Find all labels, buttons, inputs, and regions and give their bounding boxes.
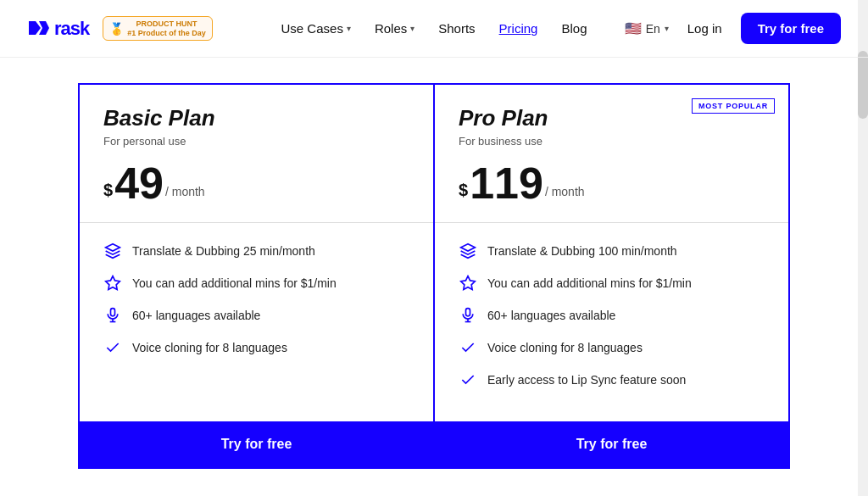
most-popular-badge: MOST POPULAR xyxy=(692,98,775,114)
nav-blog[interactable]: Blog xyxy=(551,16,597,41)
price-amount: 119 xyxy=(470,161,543,205)
feature-text: Voice cloning for 8 languages xyxy=(132,341,287,354)
scrollbar-thumb[interactable] xyxy=(858,51,868,119)
nav-links: Use Cases ▾ Roles ▾ Shorts Pricing Blog xyxy=(271,16,598,41)
feature-text: 60+ languages available xyxy=(132,309,260,322)
translate-icon xyxy=(103,242,122,260)
cta-button-basic[interactable]: Try for free xyxy=(80,421,433,467)
flag-icon: 🇺🇸 xyxy=(625,20,642,36)
card-features: Translate & Dubbing 25 min/month You can… xyxy=(80,223,433,421)
card-features: Translate & Dubbing 100 min/month You ca… xyxy=(435,223,788,421)
feature-item: Translate & Dubbing 100 min/month xyxy=(459,242,765,260)
ph-text-block: PRODUCT HUNT #1 Product of the Day xyxy=(127,20,206,38)
mic-icon xyxy=(459,306,477,325)
use-cases-chevron-icon: ▾ xyxy=(347,24,351,33)
feature-text: Translate & Dubbing 100 min/month xyxy=(487,244,677,258)
feature-text: 60+ languages available xyxy=(487,309,615,322)
feature-item: You can add additional mins for $1/min xyxy=(459,274,765,293)
navbar: rask 🥇 PRODUCT HUNT #1 Product of the Da… xyxy=(0,0,868,58)
feature-item: Translate & Dubbing 25 min/month xyxy=(103,242,409,260)
nav-use-cases[interactable]: Use Cases ▾ xyxy=(271,16,361,41)
main-content: Basic Plan For personal use $ 49 / month… xyxy=(0,58,868,494)
cta-text: Try for free xyxy=(221,437,292,451)
lang-chevron-icon: ▾ xyxy=(665,24,669,33)
star-icon xyxy=(459,274,477,293)
price-symbol: $ xyxy=(459,175,468,205)
price-row: $ 49 / month xyxy=(103,161,409,205)
feature-item: Early access to Lip Sync feature soon xyxy=(459,371,765,389)
language-selector[interactable]: 🇺🇸 En ▾ xyxy=(625,20,669,36)
svg-rect-1 xyxy=(111,309,115,316)
plan-card-pro: MOST POPULAR Pro Plan For business use $… xyxy=(434,83,790,469)
nav-pricing[interactable]: Pricing xyxy=(489,16,548,41)
cta-button-pro[interactable]: Try for free xyxy=(435,421,788,467)
plan-name: Basic Plan xyxy=(103,105,409,131)
scrollbar-track xyxy=(858,0,868,496)
lang-label: En xyxy=(646,22,660,36)
svg-marker-4 xyxy=(461,276,476,290)
ph-medal: 🥇 xyxy=(109,22,124,36)
login-button[interactable]: Log in xyxy=(679,16,731,41)
logo[interactable]: rask xyxy=(27,18,89,40)
price-symbol: $ xyxy=(103,175,113,205)
nav-roles[interactable]: Roles ▾ xyxy=(364,16,425,41)
plan-subtitle: For business use xyxy=(459,135,765,148)
ph-line1: PRODUCT HUNT xyxy=(127,20,206,29)
price-amount: 49 xyxy=(114,161,164,205)
nav-right: 🇺🇸 En ▾ Log in Try for free xyxy=(625,13,841,44)
check-icon xyxy=(103,338,122,357)
logo-svg xyxy=(27,20,51,38)
nav-try-free-button[interactable]: Try for free xyxy=(741,13,841,44)
feature-item: 60+ languages available xyxy=(459,306,765,325)
price-row: $ 119 / month xyxy=(459,161,765,205)
feature-text: You can add additional mins for $1/min xyxy=(132,276,337,290)
nav-shorts[interactable]: Shorts xyxy=(428,16,485,41)
feature-text: You can add additional mins for $1/min xyxy=(487,276,692,290)
logo-area: rask 🥇 PRODUCT HUNT #1 Product of the Da… xyxy=(27,16,213,42)
card-header: MOST POPULAR Pro Plan For business use $… xyxy=(435,85,788,223)
svg-rect-5 xyxy=(466,309,470,316)
mic-icon xyxy=(103,306,122,325)
check-icon xyxy=(459,338,477,357)
card-header: Basic Plan For personal use $ 49 / month xyxy=(80,85,433,223)
plan-subtitle: For personal use xyxy=(103,135,409,148)
price-period: / month xyxy=(545,179,585,205)
translate-icon xyxy=(459,242,477,260)
feature-text: Translate & Dubbing 25 min/month xyxy=(132,244,315,258)
svg-marker-0 xyxy=(106,276,120,290)
feature-item: 60+ languages available xyxy=(103,306,409,325)
feature-item: You can add additional mins for $1/min xyxy=(103,274,409,293)
roles-chevron-icon: ▾ xyxy=(410,24,415,33)
product-hunt-badge: 🥇 PRODUCT HUNT #1 Product of the Day xyxy=(103,16,213,42)
check-icon xyxy=(459,371,477,389)
feature-item: Voice cloning for 8 languages xyxy=(459,338,765,357)
star-icon xyxy=(103,274,122,293)
logo-text: rask xyxy=(54,18,89,40)
pricing-wrapper: Basic Plan For personal use $ 49 / month… xyxy=(78,83,790,469)
feature-text: Voice cloning for 8 languages xyxy=(487,341,643,354)
ph-line2: #1 Product of the Day xyxy=(127,29,206,38)
feature-text: Early access to Lip Sync feature soon xyxy=(487,373,686,387)
plan-card-basic: Basic Plan For personal use $ 49 / month… xyxy=(78,83,434,469)
feature-item: Voice cloning for 8 languages xyxy=(103,338,409,357)
price-period: / month xyxy=(165,179,205,205)
cta-text: Try for free xyxy=(576,437,648,451)
